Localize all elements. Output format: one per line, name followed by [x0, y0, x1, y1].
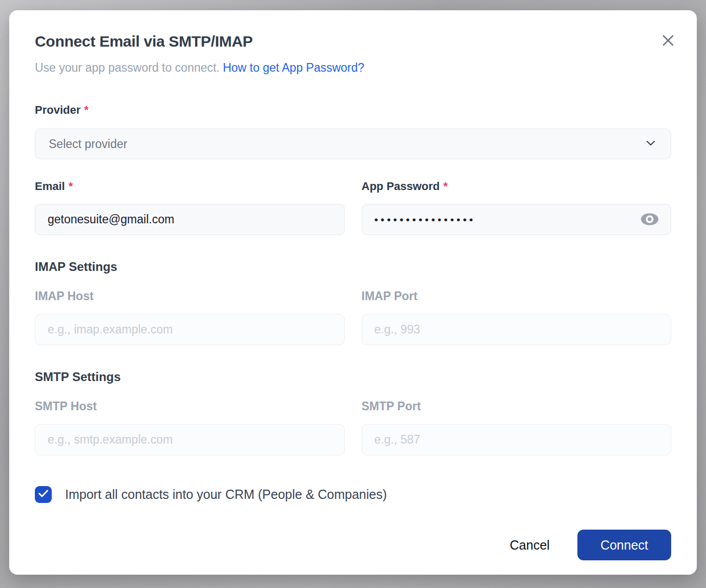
smtp-host-input[interactable] [35, 424, 345, 455]
import-contacts-checkbox[interactable] [35, 486, 52, 503]
subtitle-text: Use your app password to connect. [35, 61, 220, 74]
checkmark-icon [38, 489, 49, 500]
app-password-field-group: App Password* [362, 180, 672, 235]
imap-settings-heading: IMAP Settings [35, 260, 671, 274]
provider-select[interactable]: Select provider [35, 129, 671, 159]
imap-host-input[interactable] [35, 314, 345, 345]
app-password-input[interactable] [362, 204, 672, 235]
required-asterisk: * [443, 180, 448, 193]
provider-field: Provider* Select provider [35, 103, 671, 159]
imap-host-field-group: IMAP Host [35, 274, 345, 345]
smtp-host-field-group: SMTP Host [35, 384, 345, 455]
connect-button[interactable]: Connect [577, 530, 671, 560]
smtp-settings-heading: SMTP Settings [35, 370, 671, 384]
imap-host-label: IMAP Host [35, 289, 345, 303]
chevron-down-icon [644, 136, 657, 152]
imap-port-input[interactable] [362, 314, 672, 345]
imap-port-label: IMAP Port [362, 289, 672, 303]
email-label: Email* [35, 180, 345, 193]
connect-email-modal: Connect Email via SMTP/IMAP Use your app… [9, 10, 697, 575]
import-contacts-option: Import all contacts into your CRM (Peopl… [35, 486, 671, 503]
email-field-group: Email* [35, 180, 345, 235]
smtp-port-label: SMTP Port [362, 400, 672, 413]
smtp-host-label: SMTP Host [35, 400, 345, 413]
close-button[interactable] [659, 32, 677, 50]
close-icon [661, 33, 675, 49]
app-password-label: App Password* [362, 180, 672, 193]
smtp-port-field-group: SMTP Port [362, 384, 672, 455]
toggle-password-visibility-button[interactable] [639, 211, 660, 229]
imap-port-field-group: IMAP Port [362, 274, 672, 345]
provider-select-placeholder: Select provider [49, 137, 127, 151]
email-input[interactable] [35, 204, 345, 235]
import-contacts-label[interactable]: Import all contacts into your CRM (Peopl… [65, 487, 387, 502]
modal-footer: Cancel Connect [35, 530, 671, 560]
required-asterisk: * [84, 103, 89, 116]
smtp-port-input[interactable] [362, 424, 672, 455]
app-password-help-link[interactable]: How to get App Password? [223, 61, 364, 74]
required-asterisk: * [69, 180, 73, 193]
provider-label: Provider* [35, 103, 671, 117]
modal-subtitle: Use your app password to connect. How to… [35, 61, 671, 75]
cancel-button[interactable]: Cancel [510, 538, 550, 553]
modal-title: Connect Email via SMTP/IMAP [35, 33, 671, 50]
eye-icon [639, 212, 660, 228]
